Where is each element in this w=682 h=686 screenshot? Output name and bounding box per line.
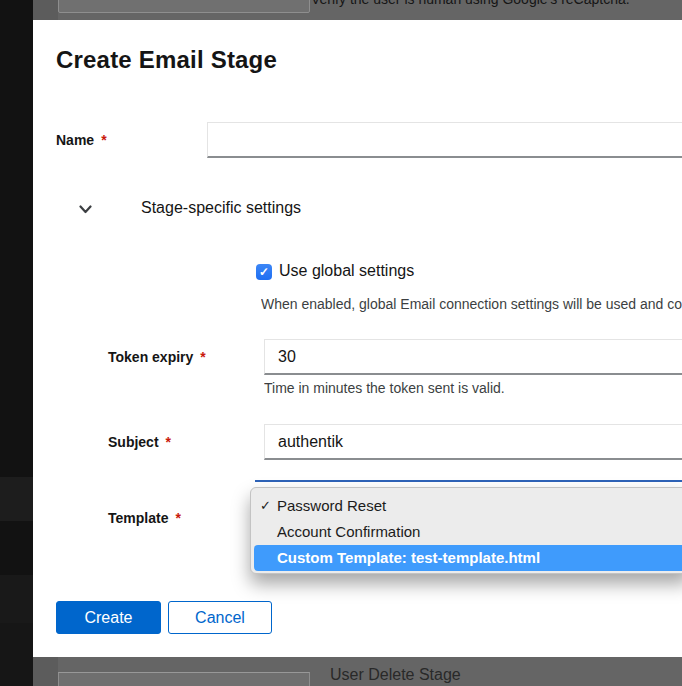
use-global-settings-help: When enabled, global Email connection se…: [261, 296, 682, 312]
use-global-settings-row: ✓ Use global settings: [256, 262, 486, 282]
modal-title: Create Email Stage: [56, 46, 277, 74]
stage-specific-settings-toggle[interactable]: Stage-specific settings: [73, 198, 333, 222]
template-dropdown-menu: ✓ Password Reset Account Confirmation Cu…: [250, 487, 682, 574]
subject-label: Subject*: [108, 424, 171, 460]
template-select[interactable]: [255, 480, 682, 482]
token-expiry-help: Time in minutes the token sent is valid.: [264, 380, 682, 396]
section-header-label: Stage-specific settings: [141, 199, 301, 217]
backdrop-card-bottom: [58, 672, 310, 686]
cancel-button[interactable]: Cancel: [168, 601, 272, 634]
sidebar-item: [0, 623, 33, 686]
backdrop-recaptcha-text: Verify the user is human using Google's …: [311, 0, 682, 11]
check-icon: ✓: [260, 493, 274, 519]
backdrop-card-top: [58, 0, 310, 13]
subject-input[interactable]: [264, 424, 682, 460]
dropdown-option-custom-template[interactable]: Custom Template: test-template.html: [254, 545, 682, 571]
template-label: Template*: [108, 500, 181, 536]
token-expiry-label: Token expiry*: [108, 339, 206, 375]
token-expiry-input[interactable]: [264, 339, 682, 375]
create-button[interactable]: Create: [56, 601, 161, 634]
use-global-settings-checkbox[interactable]: ✓: [256, 264, 272, 280]
sidebar-item-highlight: [0, 477, 33, 521]
chevron-down-icon: [79, 205, 92, 214]
name-label: Name*: [56, 122, 107, 158]
backdrop-user-delete-stage-text: User Delete Stage: [330, 666, 461, 684]
use-global-settings-label: Use global settings: [279, 262, 414, 280]
required-asterisk: *: [166, 434, 171, 450]
required-asterisk: *: [175, 510, 180, 526]
required-asterisk: *: [101, 132, 106, 148]
dropdown-option-password-reset[interactable]: ✓ Password Reset: [254, 493, 682, 519]
sidebar-item: [0, 575, 33, 623]
name-input[interactable]: [207, 122, 682, 158]
app-sidebar: [0, 0, 33, 686]
dropdown-option-account-confirmation[interactable]: Account Confirmation: [254, 519, 682, 545]
required-asterisk: *: [200, 349, 205, 365]
